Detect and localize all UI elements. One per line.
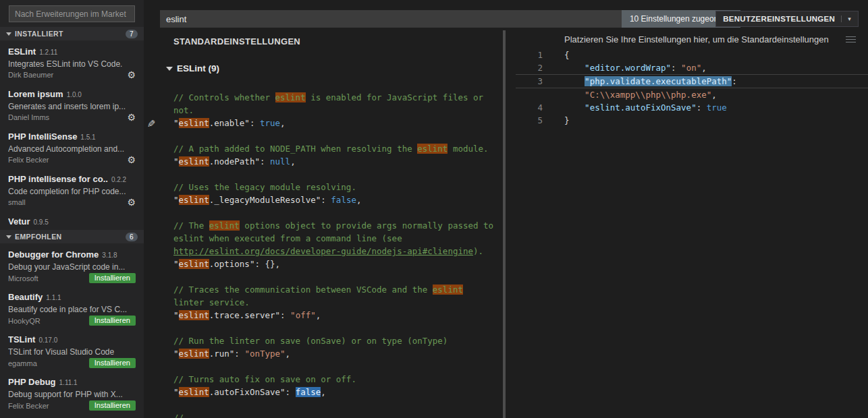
code-line: // — [173, 411, 502, 418]
extension-name: TSLint — [8, 334, 35, 345]
install-button[interactable]: Installieren — [89, 400, 136, 411]
settings-scope-label: BENUTZEREINSTELLUNGEN — [723, 15, 835, 23]
code-segment: ). — [473, 246, 483, 256]
default-settings-pane[interactable]: STANDARDEINSTELLUNGEN ESLint (9) // Cont… — [144, 30, 506, 418]
search-match-highlight: eslint — [179, 349, 209, 359]
code-line: 5} — [516, 114, 868, 127]
extension-item-eslint[interactable]: ESLint1.2.11Integrates ESLint into VS Co… — [0, 40, 144, 83]
code-content: "php.validate.executablePath": — [543, 75, 737, 88]
editor-actions-icon[interactable] — [846, 36, 856, 44]
extension-footer-row: MicrosoftInstallieren — [8, 273, 136, 283]
extension-gear-icon[interactable]: ⚙ — [127, 113, 136, 122]
settings-group-eslint[interactable]: ESLint (9) — [166, 63, 219, 73]
code-segment: : — [234, 349, 244, 359]
code-line: // Turns auto fix on save on or off. — [173, 373, 502, 386]
code-segment: // Controls whether — [173, 92, 275, 102]
extension-author: small — [8, 198, 26, 206]
user-settings-code: 1{2 "editor.wordWrap": "on",3 "php.valid… — [516, 49, 868, 127]
extension-version: 3.1.8 — [102, 251, 117, 259]
code-content: "eslint.autoFixOnSave": true — [543, 101, 727, 114]
extension-item-beautify[interactable]: Beautify1.1.1Beautify code in place for … — [0, 286, 144, 328]
line-number: 1 — [516, 49, 543, 61]
extension-version: 1.0.0 — [67, 91, 82, 98]
section-label: EMPFOHLEN — [15, 233, 62, 241]
user-settings-pane[interactable]: Platzieren Sie Ihre Einstellungen hier, … — [510, 30, 868, 418]
extensions-list: INSTALLIERT7ESLint1.2.11Integrates ESLin… — [0, 27, 144, 413]
search-match-highlight: eslint — [179, 156, 209, 167]
extension-item-php-intellisense[interactable]: PHP IntelliSense1.5.1Advanced Autocomple… — [0, 125, 144, 168]
search-match-highlight: eslint — [179, 259, 209, 269]
code-line — [173, 360, 502, 373]
extension-item-tslint[interactable]: TSLint0.17.0TSLint for Visual Studio Cod… — [0, 328, 144, 371]
section-header-installiert[interactable]: INSTALLIERT7 — [0, 27, 144, 40]
extension-description: Advanced Autocompletion and... — [8, 144, 136, 154]
extension-item-php-debug[interactable]: PHP Debug1.11.1Debug support for PHP wit… — [0, 371, 144, 413]
extension-item-php-intellisense-for-co[interactable]: PHP intellisense for co..0.2.2Code compl… — [0, 168, 144, 210]
extension-gear-icon[interactable]: ⚙ — [127, 198, 136, 207]
extension-footer-row: small⚙ — [8, 198, 136, 207]
code-segment — [564, 90, 585, 100]
code-content: { — [543, 49, 570, 61]
code-segment: "C:\\xampp\\php\\php.exe" — [585, 90, 711, 100]
section-header-empfohlen[interactable]: EMPFOHLEN6 — [0, 230, 144, 243]
code-segment: "editor.wordWrap" — [585, 63, 671, 73]
code-segment: not. — [173, 105, 194, 115]
code-segment: : — [250, 118, 260, 128]
extensions-search-placeholder: Nach Erweiterungen im Market — [15, 9, 126, 19]
code-line: "eslint.nodePath": null, — [173, 155, 502, 168]
install-button[interactable]: Installieren — [89, 358, 136, 368]
code-segment: " — [173, 156, 179, 167]
line-number — [516, 88, 543, 101]
code-segment: : — [697, 102, 707, 113]
code-segment: .nodePath" — [209, 156, 260, 167]
code-segment: // — [173, 413, 184, 418]
extension-version: 1.5.1 — [80, 133, 95, 141]
extension-title-row: PHP intellisense for co..0.2.2 — [8, 173, 136, 185]
extension-item-lorem-ipsum[interactable]: Lorem ipsum1.0.0Generates and inserts lo… — [0, 83, 144, 125]
extension-description: Code completion for PHP code... — [8, 187, 136, 196]
code-segment: { — [564, 50, 570, 60]
search-match-highlight: eslint — [209, 220, 240, 231]
code-segment: .autoFixOnSave" — [209, 387, 286, 397]
extension-version: 0.2.2 — [111, 176, 126, 183]
code-segment: eslint when executed from a command line… — [173, 233, 402, 243]
search-match-highlight: eslint — [275, 92, 306, 102]
extension-footer-row: egammaInstallieren — [8, 358, 136, 368]
code-line: http://eslint.org/docs/developer-guide/n… — [173, 245, 502, 258]
code-segment: " — [173, 387, 179, 397]
current-line: 3 "php.validate.executablePath": — [516, 74, 868, 88]
settings-doc-link[interactable]: http://eslint.org/docs/developer-guide/n… — [173, 246, 473, 256]
settings-scope-dropdown[interactable]: BENUTZEREINSTELLUNGEN ▾ — [715, 11, 859, 27]
extension-item-debugger-for-chrome[interactable]: Debugger for Chrome3.1.8Debug your JavaS… — [0, 243, 144, 286]
extension-version: 1.2.11 — [39, 49, 57, 56]
code-line: // Traces the communication between VSCo… — [173, 283, 502, 296]
code-segment: .enable" — [209, 118, 250, 128]
install-button[interactable]: Installieren — [89, 273, 136, 283]
extension-author: HookyQR — [8, 317, 40, 325]
install-button[interactable]: Installieren — [89, 316, 136, 326]
extension-description: Debug your JavaScript code in... — [8, 262, 136, 272]
extension-gear-icon[interactable]: ⚙ — [127, 70, 136, 80]
extension-title-row: Vetur0.9.5 — [8, 215, 136, 227]
code-segment: , — [356, 195, 362, 205]
code-segment: "onType" — [244, 349, 285, 359]
code-line — [173, 322, 502, 334]
extension-footer-row: Felix BeckerInstallieren — [8, 400, 136, 411]
extensions-search-input[interactable]: Nach Erweiterungen im Market — [9, 5, 135, 22]
extension-name: Debugger for Chrome — [8, 249, 99, 260]
edit-setting-pencil-icon[interactable]: ✎ — [147, 118, 156, 130]
code-line: // Uses the legacy module resolving. — [173, 181, 502, 193]
scrollbar[interactable] — [503, 30, 506, 418]
extension-gear-icon[interactable]: ⚙ — [127, 155, 136, 165]
extension-item-vetur[interactable]: Vetur0.9.5Vue tooling for VS Code — [0, 210, 144, 230]
settings-search-input[interactable]: eslint 10 Einstellungen zugeordnet — [160, 10, 740, 28]
code-segment: // The — [173, 220, 209, 231]
code-segment: // A path added to NODE_PATH when resolv… — [173, 144, 417, 154]
code-segment: module. — [447, 144, 488, 154]
collapse-arrow-icon — [6, 32, 11, 36]
code-segment: , — [321, 387, 326, 397]
code-line — [173, 129, 502, 142]
code-segment: " — [173, 118, 179, 128]
user-settings-hint: Platzieren Sie Ihre Einstellungen hier, … — [564, 34, 829, 44]
extension-name: Beautify — [8, 292, 43, 302]
